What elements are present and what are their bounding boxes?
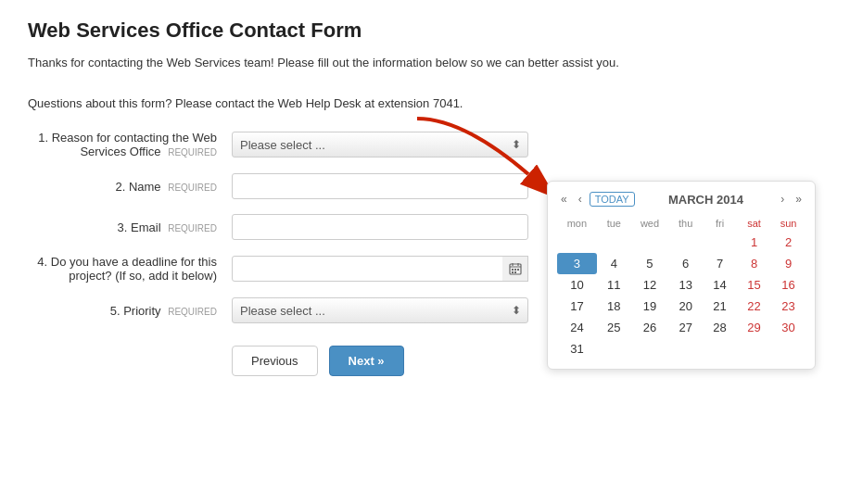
label-priority: 5. Priority REQUIRED: [28, 304, 232, 318]
next-button[interactable]: Next »: [329, 346, 404, 376]
required-badge-reason: REQUIRED: [168, 147, 217, 158]
calendar-empty-cell: [703, 338, 737, 359]
calendar-week-row: 12: [557, 232, 806, 253]
calendar-day-2[interactable]: 2: [771, 232, 806, 253]
required-badge-email: REQUIRED: [168, 223, 217, 233]
date-input-wrapper: [232, 256, 528, 282]
label-name: 2. Name REQUIRED: [28, 180, 232, 194]
calendar-day-28[interactable]: 28: [703, 317, 737, 338]
calendar-empty-cell: [737, 338, 771, 359]
intro-text-1: Thanks for contacting the Web Services t…: [28, 54, 822, 72]
calendar-prev-prev-button[interactable]: «: [557, 191, 571, 208]
calendar-day-6[interactable]: 6: [668, 253, 703, 274]
calendar-empty-cell: [631, 232, 668, 253]
calendar-day-3[interactable]: 3: [557, 253, 597, 274]
calendar-day-7[interactable]: 7: [703, 253, 737, 274]
page-title: Web Services Office Contact Form: [28, 19, 822, 43]
select-reason[interactable]: Please select ...: [232, 132, 528, 158]
required-badge-name: REQUIRED: [168, 183, 217, 193]
calendar-empty-cell: [703, 232, 737, 253]
calendar-day-23[interactable]: 23: [771, 296, 806, 317]
select-priority[interactable]: Please select ...: [232, 297, 528, 323]
calendar-day-29[interactable]: 29: [737, 317, 771, 338]
calendar-day-8[interactable]: 8: [737, 253, 771, 274]
calendar-week-row: 24252627282930: [557, 317, 806, 338]
intro-text-2: Questions about this form? Please contac…: [28, 94, 822, 113]
calendar-empty-cell: [668, 232, 703, 253]
calendar-week-row: 31: [557, 338, 806, 359]
svg-rect-7: [512, 271, 514, 273]
calendar-day-26[interactable]: 26: [631, 317, 668, 338]
calendar-title: MARCH 2014: [639, 193, 774, 207]
calendar-empty-cell: [557, 232, 597, 253]
label-reason: 1. Reason for contacting the Web Service…: [28, 131, 232, 158]
field-reason: 1. Reason for contacting the Web Service…: [28, 131, 822, 158]
calendar-week-row: 17181920212223: [557, 296, 806, 317]
calendar-day-30[interactable]: 30: [771, 317, 806, 338]
calendar-day-27[interactable]: 27: [668, 317, 703, 338]
cal-day-header-tue: tue: [597, 215, 631, 232]
calendar-empty-cell: [631, 338, 668, 359]
calendar-empty-cell: [597, 338, 631, 359]
select-reason-wrapper: Please select ...: [232, 132, 528, 158]
calendar-day-20[interactable]: 20: [668, 296, 703, 317]
calendar-empty-cell: [771, 338, 806, 359]
calendar-day-31[interactable]: 31: [557, 338, 597, 359]
calendar-day-14[interactable]: 14: [703, 274, 737, 296]
input-deadline[interactable]: [232, 256, 528, 282]
calendar-empty-cell: [668, 338, 703, 359]
calendar-week-row: 10111213141516: [557, 274, 806, 296]
calendar-day-10[interactable]: 10: [557, 274, 597, 296]
label-email: 3. Email REQUIRED: [28, 220, 232, 234]
calendar-day-24[interactable]: 24: [557, 317, 597, 338]
previous-button[interactable]: Previous: [232, 346, 318, 376]
calendar-day-1[interactable]: 1: [737, 232, 771, 253]
calendar-prev-button[interactable]: ‹: [575, 191, 586, 208]
calendar-day-15[interactable]: 15: [737, 274, 771, 296]
svg-rect-5: [514, 269, 516, 271]
cal-day-header-sun: sun: [771, 215, 806, 232]
calendar-today-button[interactable]: TODAY: [590, 192, 635, 207]
calendar-day-9[interactable]: 9: [771, 253, 806, 274]
calendar-day-17[interactable]: 17: [557, 296, 597, 317]
cal-day-header-mon: mon: [557, 215, 597, 232]
input-name[interactable]: [232, 173, 528, 199]
calendar-day-21[interactable]: 21: [703, 296, 737, 317]
calendar-day-18[interactable]: 18: [597, 296, 631, 317]
calendar-popup: « ‹ TODAY MARCH 2014 › » montuewedthufri…: [547, 181, 816, 370]
cal-day-header-sat: sat: [737, 215, 771, 232]
calendar-day-16[interactable]: 16: [771, 274, 806, 296]
calendar-day-12[interactable]: 12: [631, 274, 668, 296]
svg-rect-8: [514, 271, 516, 273]
calendar-icon[interactable]: [502, 256, 528, 282]
calendar-day-22[interactable]: 22: [737, 296, 771, 317]
cal-day-header-wed: wed: [631, 215, 668, 232]
label-deadline: 4. Do you have a deadline for this proje…: [28, 255, 232, 283]
calendar-grid: montuewedthufrisatsun 123456789101112131…: [557, 215, 806, 359]
calendar-header: « ‹ TODAY MARCH 2014 › »: [557, 191, 806, 208]
calendar-day-5[interactable]: 5: [631, 253, 668, 274]
calendar-day-25[interactable]: 25: [597, 317, 631, 338]
calendar-day-11[interactable]: 11: [597, 274, 631, 296]
input-email[interactable]: [232, 214, 528, 240]
svg-rect-6: [517, 269, 519, 271]
calendar-next-button[interactable]: ›: [777, 191, 788, 208]
calendar-day-13[interactable]: 13: [668, 274, 703, 296]
required-badge-priority: REQUIRED: [168, 307, 217, 317]
calendar-next-next-button[interactable]: »: [792, 191, 806, 208]
calendar-week-row: 3456789: [557, 253, 806, 274]
select-priority-wrapper: Please select ...: [232, 297, 528, 323]
cal-day-header-thu: thu: [668, 215, 703, 232]
calendar-empty-cell: [597, 232, 631, 253]
cal-day-header-fri: fri: [703, 215, 737, 232]
calendar-day-4[interactable]: 4: [597, 253, 631, 274]
svg-rect-4: [512, 269, 514, 271]
calendar-day-19[interactable]: 19: [631, 296, 668, 317]
